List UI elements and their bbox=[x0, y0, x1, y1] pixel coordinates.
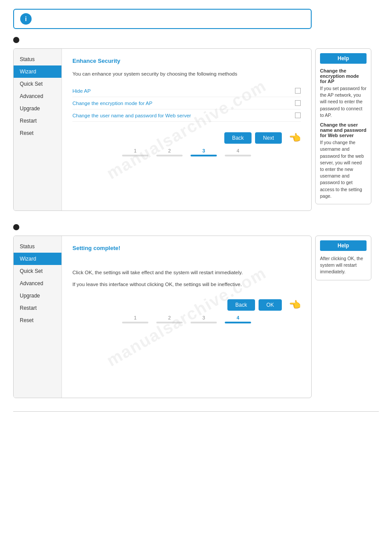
step-3-bar bbox=[191, 155, 217, 156]
sidebar-1: Status Wizard Quick Set Advanced Upgrade… bbox=[14, 49, 62, 210]
step2-3-bar bbox=[191, 322, 217, 323]
step2-1-item: 1 bbox=[122, 315, 148, 323]
help-section-webserver-text: If you change the username and password … bbox=[320, 139, 367, 200]
content-1: Enhance Security You can enhance your sy… bbox=[62, 49, 311, 210]
checkbox-webserver[interactable] bbox=[295, 112, 301, 118]
step2-3-item: 3 bbox=[191, 315, 217, 323]
back-button-1[interactable]: Back bbox=[224, 132, 252, 144]
content-title-1: Enhance Security bbox=[72, 58, 301, 64]
main-panel-1: Status Wizard Quick Set Advanced Upgrade… bbox=[13, 48, 312, 211]
step2-4-label: 4 bbox=[237, 315, 239, 320]
step-3-item: 3 bbox=[191, 148, 217, 156]
webserver-label[interactable]: Change the user name and password for We… bbox=[72, 113, 191, 118]
checkbox-row-encryption: Change the encryption mode for AP bbox=[72, 97, 301, 109]
bottom-line bbox=[13, 411, 379, 414]
sidebar-item-upgrade-2[interactable]: Upgrade bbox=[14, 290, 61, 302]
help-section-encryption-heading: Change the encryption mode for AP bbox=[320, 68, 367, 84]
step-1-bar bbox=[122, 155, 148, 156]
step-4-item: 4 bbox=[225, 148, 251, 156]
hand-cursor-icon-2: 👈 bbox=[289, 299, 301, 311]
section-1-wrapper: Status Wizard Quick Set Advanced Upgrade… bbox=[13, 48, 379, 211]
hide-ap-label[interactable]: Hide AP bbox=[72, 88, 91, 94]
content-2: Setting complete! Click OK, the settings… bbox=[62, 236, 311, 398]
step-3-label: 3 bbox=[202, 148, 205, 153]
section-2-wrapper: Status Wizard Quick Set Advanced Upgrade… bbox=[13, 236, 379, 398]
help-text-2: After clicking OK, the system will resta… bbox=[320, 255, 367, 276]
sidebar-item-quickset-2[interactable]: Quick Set bbox=[14, 265, 61, 277]
sidebar-item-reset-2[interactable]: Reset bbox=[14, 314, 61, 326]
checkbox-row-webserver: Change the user name and password for We… bbox=[72, 109, 301, 122]
help-section-webserver-heading: Change the user name and password for We… bbox=[320, 122, 367, 138]
bullet-2 bbox=[13, 224, 19, 230]
sidebar-item-upgrade-1[interactable]: Upgrade bbox=[14, 102, 61, 115]
sidebar-item-advanced-2[interactable]: Advanced bbox=[14, 277, 61, 290]
checkbox-encryption[interactable] bbox=[295, 100, 301, 106]
step-2-item: 2 bbox=[156, 148, 183, 156]
main-panel-2: Status Wizard Quick Set Advanced Upgrade… bbox=[13, 236, 312, 398]
checkbox-row-hide-ap: Hide AP bbox=[72, 85, 301, 97]
step2-4-bar bbox=[225, 322, 251, 323]
step-2-bar bbox=[156, 155, 183, 156]
content-desc-1: You can enhance your system security by … bbox=[72, 70, 301, 78]
step2-2-item: 2 bbox=[156, 315, 183, 323]
info-bar: i bbox=[13, 9, 312, 29]
help-panel-2: Help After clicking OK, the system will … bbox=[315, 236, 371, 280]
hand-cursor-icon-1: 👈 bbox=[289, 132, 301, 144]
buttons-row-1: Back Next 👈 bbox=[72, 132, 301, 144]
sidebar-2: Status Wizard Quick Set Advanced Upgrade… bbox=[14, 236, 62, 398]
checkbox-hide-ap[interactable] bbox=[295, 88, 301, 94]
sidebar-item-status-2[interactable]: Status bbox=[14, 240, 61, 253]
help-title-1: Help bbox=[320, 53, 367, 64]
step2-3-label: 3 bbox=[202, 315, 205, 320]
encryption-label[interactable]: Change the encryption mode for AP bbox=[72, 101, 152, 106]
sidebar-item-wizard-2[interactable]: Wizard bbox=[14, 253, 61, 265]
sidebar-item-wizard-1[interactable]: Wizard bbox=[14, 65, 61, 78]
info-icon: i bbox=[20, 13, 32, 25]
help-section-encryption-text: If you set password for the AP network, … bbox=[320, 85, 367, 119]
sidebar-item-reset-1[interactable]: Reset bbox=[14, 127, 61, 139]
sidebar-item-restart-2[interactable]: Restart bbox=[14, 302, 61, 314]
step-4-label: 4 bbox=[237, 148, 239, 153]
step-1-item: 1 bbox=[122, 148, 148, 156]
steps-row-1: 1 2 3 4 bbox=[72, 148, 301, 156]
back-button-2[interactable]: Back bbox=[227, 299, 255, 311]
help-title-2: Help bbox=[320, 240, 367, 251]
setting-desc-1: Click OK, the settings will take effect … bbox=[72, 269, 301, 276]
setting-desc-2: If you leave this interface without clic… bbox=[72, 281, 301, 288]
buttons-row-2: Back OK 👈 bbox=[72, 299, 301, 311]
steps-row-2: 1 2 3 4 bbox=[72, 315, 301, 323]
step-2-label: 2 bbox=[168, 148, 171, 153]
sidebar-item-restart-1[interactable]: Restart bbox=[14, 115, 61, 127]
step-4-bar bbox=[225, 155, 251, 156]
bullet-1 bbox=[13, 37, 19, 43]
step2-1-bar bbox=[122, 322, 148, 323]
sidebar-item-quickset-1[interactable]: Quick Set bbox=[14, 78, 61, 90]
next-button-1[interactable]: Next bbox=[255, 132, 282, 144]
step2-2-bar bbox=[156, 322, 183, 323]
step-1-label: 1 bbox=[134, 148, 137, 153]
ok-button-2[interactable]: OK bbox=[259, 299, 282, 311]
step2-4-item: 4 bbox=[225, 315, 251, 323]
help-panel-1: Help Change the encryption mode for AP I… bbox=[315, 48, 371, 204]
setting-complete-title: Setting complete! bbox=[72, 245, 301, 251]
sidebar-item-status-1[interactable]: Status bbox=[14, 53, 61, 65]
sidebar-item-advanced-1[interactable]: Advanced bbox=[14, 90, 61, 102]
step2-1-label: 1 bbox=[134, 315, 137, 320]
step2-2-label: 2 bbox=[168, 315, 171, 320]
